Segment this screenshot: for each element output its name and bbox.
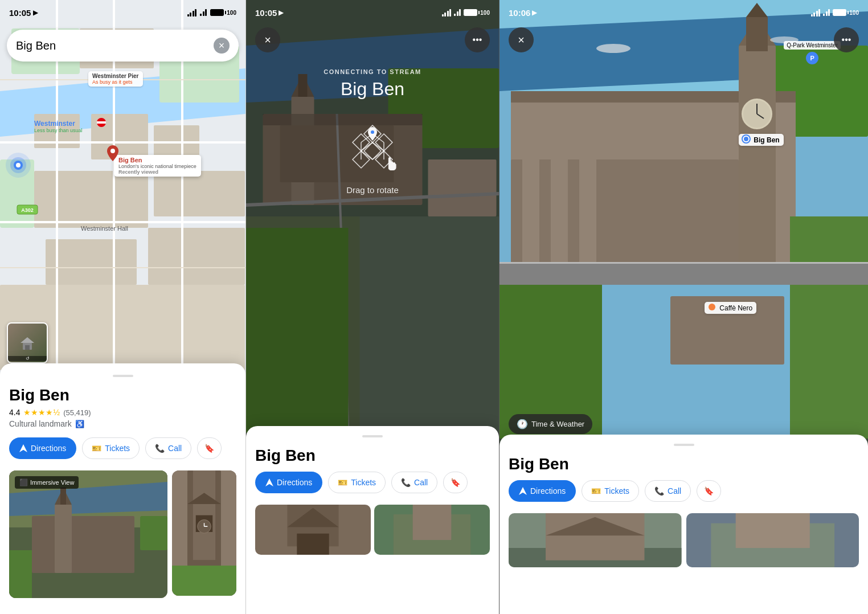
save-button-p3[interactable]: 🔖 [697,480,721,502]
connecting-title: Big Ben [246,79,499,100]
street-dim-overlay [499,0,868,439]
save-button-p1[interactable]: 🔖 [197,437,222,459]
close-button-p2[interactable]: × [255,27,280,52]
bigben-popup: Big Ben London's iconic national timepie… [114,155,201,177]
status-icons-p2: 100 [442,9,490,17]
place-name-p1: Big Ben [9,386,236,404]
photo-overlay [9,470,167,598]
sheet-handle-p2 [362,435,383,437]
aerial-dim-overlay [246,0,499,433]
svg-rect-83 [297,534,329,555]
wifi-icon-p1 [200,9,207,16]
top-actions-p2: × ••• [246,27,499,52]
battery-p2: 100 [464,9,490,16]
battery-p1: 100 [210,9,236,16]
nav-arrow-icon-p3 [519,487,527,495]
svg-line-73 [361,142,372,151]
second-photo-card[interactable] [172,470,236,596]
time-display-p3: 10:06 [509,8,530,18]
parking-badge-container: P [784,52,841,64]
svg-marker-30 [21,337,34,343]
westminster-hall-label: Westminster Hall [81,225,128,232]
immersive-background [246,0,499,433]
drag-label: Drag to rotate [246,185,499,195]
tickets-button-p2[interactable]: 🎫 Tickets [328,472,386,493]
svg-rect-10 [46,239,137,285]
call-button-p1[interactable]: 📞 Call [145,437,191,459]
bottom-sheet-p3: Big Ben Directions 🎫 Tickets 📞 Call 🔖 [499,435,868,614]
status-icons-p3: 100 [811,9,859,17]
action-buttons-p1: Directions 🎫 Tickets 📞 Call 🔖 [9,437,236,459]
battery-p3: 100 [833,9,859,16]
svg-rect-8 [34,171,148,228]
pier-label: Westminster Pier As busy as it gets [88,71,143,87]
search-query-p1: Big Ben [16,39,214,52]
directions-button-p3[interactable]: Directions [509,480,576,502]
caffe-dot [709,304,715,310]
bottom-photo-strip-p2 [255,505,490,555]
svg-line-75 [361,151,372,159]
svg-rect-118 [735,513,809,548]
bottom-sheet-p2: Big Ben Directions 🎫 Tickets 📞 Call 🔖 [246,426,499,614]
place-name-p2: Big Ben [255,447,490,465]
svg-rect-11 [148,228,245,285]
search-bar-p1[interactable]: Big Ben [7,30,239,62]
call-button-p2[interactable]: 📞 Call [391,472,437,493]
svg-line-74 [372,142,384,151]
map-pin [107,145,118,163]
parking-badge: P [806,52,818,64]
more-options-button-p2[interactable]: ••• [465,27,490,52]
svg-point-27 [16,163,21,167]
photo-strip-p1: ⬛ Immersive View [9,470,236,598]
svg-rect-9 [154,171,245,216]
call-icon-p1: 📞 [155,444,165,453]
bottom-photo-strip-p3 [509,513,859,567]
westminster-label: Westminster Less busy than usual [34,120,83,133]
strip-photo-2[interactable] [374,505,490,555]
aerial-view [246,0,499,433]
strip-photo-p3-1[interactable] [509,513,682,567]
clock-icon: 🕐 [517,419,528,429]
location-arrow-p3: ▶ [532,9,537,17]
call-icon-p2: 📞 [401,478,411,487]
tickets-button-p1[interactable]: 🎫 Tickets [82,437,140,459]
immersive-photo-card[interactable]: ⬛ Immersive View [9,470,167,598]
svg-rect-43 [193,470,215,560]
svg-point-79 [371,130,374,134]
tickets-button-p3[interactable]: 🎫 Tickets [582,480,639,502]
place-name-p3: Big Ben [509,455,859,473]
nav-arrow-icon-p1 [19,444,27,452]
rating-value-p1: 4.4 [9,408,20,417]
call-button-p3[interactable]: 📞 Call [645,480,691,502]
time-display-p2: 10:05 [255,8,277,18]
status-bar-p3: 10:06 ▶ 100 [499,0,868,25]
panel-immersive: 10:05 ▶ 100 × ••• CONNE [246,0,499,614]
map-3d-thumb[interactable]: ↺ [7,322,48,363]
strip-photo-1[interactable] [255,505,371,555]
signal-icon-p1 [187,9,197,17]
sheet-handle-p1 [113,375,133,377]
location-arrow-p2: ▶ [279,9,284,17]
top-actions-p3: × ••• [499,27,868,52]
time-weather-button[interactable]: 🕐 Time & Weather [509,414,592,434]
bookmark-icon-p1: 🔖 [204,444,214,453]
save-button-p2[interactable]: 🔖 [443,472,468,493]
connecting-label: CONNECTING TO STREAM [246,68,499,75]
directions-button-p2[interactable]: Directions [255,472,322,493]
status-bar-p2: 10:05 ▶ 100 [246,0,499,25]
more-options-button-p3[interactable]: ••• [834,27,859,52]
svg-text:A302: A302 [21,207,34,213]
bookmark-icon-p3: 🔖 [704,486,714,496]
panel-maps-search: A302 Westminster Pier As busy as it gets… [0,0,246,614]
signal-icon-p3 [811,9,821,17]
svg-point-28 [110,149,115,153]
strip-photo-p3-2[interactable] [686,513,859,567]
place-rating-p1: 4.4 ★★★★½ (55,419) [9,408,236,417]
wifi-icon-p2 [454,9,461,16]
panel-street-view: 10:06 ▶ 100 × ••• [499,0,868,614]
clear-search-button[interactable] [214,38,230,54]
close-button-p3[interactable]: × [509,27,534,52]
bigben-dot-p3 [743,136,750,142]
call-icon-p3: 📞 [654,486,664,496]
directions-button-p1[interactable]: Directions [9,437,76,459]
